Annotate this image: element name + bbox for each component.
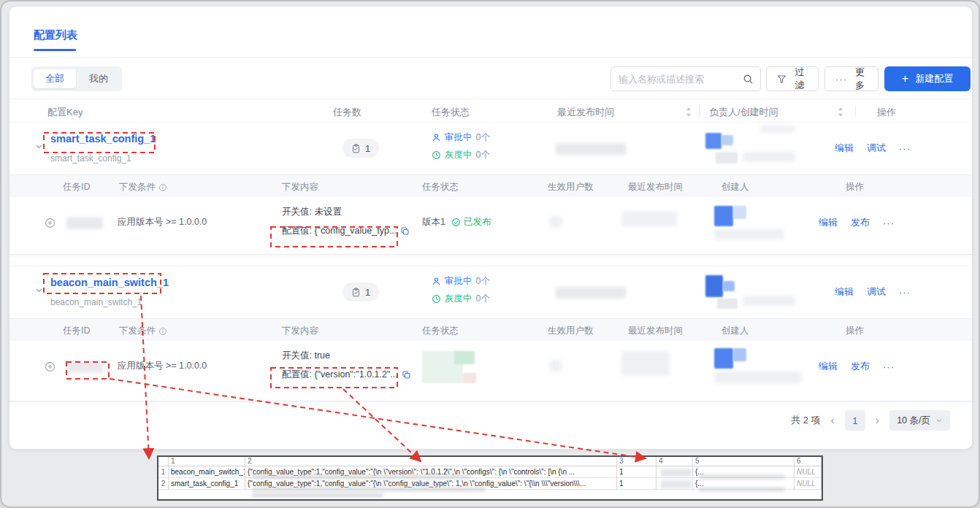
publish-link[interactable]: 发布 <box>851 360 870 373</box>
avatar <box>733 206 746 219</box>
create-config-button[interactable]: + 新建配置 <box>884 66 971 91</box>
status-approving: 审批中 0个 <box>432 131 490 144</box>
config-value-line: 配置值: {"version":"1.0.1.2"... <box>282 369 411 381</box>
grid-row-number: 2 <box>158 478 169 490</box>
task-count-value: 1 <box>365 287 370 298</box>
more-actions-icon[interactable]: ··· <box>899 287 911 298</box>
grid-cell-null: NULL <box>795 478 822 490</box>
task-count-badge: 1 <box>342 282 379 301</box>
version-label: 版本1 <box>422 216 445 228</box>
expand-circle-plus-icon[interactable] <box>45 218 55 228</box>
sort-owner-icon[interactable] <box>838 107 843 117</box>
redacted-users <box>550 216 562 228</box>
config-key-link[interactable]: beacon_main_switch_1 <box>50 277 169 288</box>
debug-link[interactable]: 调试 <box>867 285 886 299</box>
config-key-link[interactable]: smart_task_config_1 <box>50 133 156 145</box>
copy-icon[interactable] <box>400 226 410 236</box>
info-icon[interactable] <box>158 183 167 192</box>
col-ops: 操作 <box>877 106 896 119</box>
grid-cell: smart_task_config_1 <box>169 478 245 490</box>
status-graying: 灰度中 0个 <box>432 293 490 305</box>
expand-circle-plus-icon[interactable] <box>45 361 55 372</box>
redacted-task-id <box>66 361 103 373</box>
chevron-down-icon[interactable] <box>34 285 44 295</box>
subrow-actions: 编辑 发布 ··· <box>819 216 895 229</box>
page-size-select[interactable]: 10 条/页 <box>889 410 950 431</box>
search-icon[interactable] <box>743 74 754 85</box>
db-result-grid: 1 2 3 4 5 6 1 beacon_main_switch_1 {"con… <box>157 455 823 501</box>
grid-col-header: 5 <box>693 457 795 466</box>
next-page-icon[interactable]: › <box>876 415 879 426</box>
redacted-task-status <box>422 351 483 385</box>
grid-col-header: 3 <box>617 457 656 466</box>
more-actions-icon[interactable]: ··· <box>883 218 895 228</box>
page-number[interactable]: 1 <box>845 410 865 431</box>
avatar <box>705 275 738 309</box>
edit-link[interactable]: 编辑 <box>819 360 838 373</box>
status-graying: 灰度中 0个 <box>432 149 490 161</box>
switch-value-text: 开关值: 未设置 <box>282 206 342 218</box>
switch-value-text: 开关值: true <box>282 350 330 362</box>
grid-col-header: 4 <box>656 457 693 466</box>
table-row: beacon_main_switch_1 beacon_main_switch_… <box>9 266 972 319</box>
tab-all[interactable]: 全部 <box>34 69 76 88</box>
redacted-text <box>760 126 795 132</box>
search-input[interactable] <box>611 74 743 85</box>
divider <box>9 57 972 58</box>
task-subtable: 任务ID 下发条件 下发内容 任务状态 生效用户数 最近发布时间 创建人 操作 … <box>9 318 972 401</box>
grid-cell: 1 <box>617 466 656 478</box>
table-row: smart_task_config_1 smart_task_config_1 … <box>9 122 972 175</box>
edit-link[interactable]: 编辑 <box>819 216 838 229</box>
redacted-users <box>550 360 562 372</box>
chevron-down-icon[interactable] <box>34 142 44 151</box>
grid-col-header: 1 <box>169 457 245 466</box>
prev-page-icon[interactable]: ‹ <box>830 415 834 426</box>
copy-icon[interactable] <box>402 370 411 380</box>
redacted-create-time <box>743 296 795 306</box>
config-key-subtitle: smart_task_config_1 <box>50 153 131 163</box>
clock-icon <box>432 150 441 160</box>
task-subtable: 任务ID 下发条件 下发内容 任务状态 生效用户数 最近发布时间 创建人 操作 … <box>9 174 972 255</box>
edit-link[interactable]: 编辑 <box>835 142 854 155</box>
status-approving: 审批中 0个 <box>432 275 490 288</box>
more-button[interactable]: ··· 更多 <box>824 66 878 91</box>
col-task-status: 任务状态 <box>432 106 470 119</box>
col-config-key: 配置Key <box>47 106 83 119</box>
tab-mine[interactable]: 我的 <box>77 69 120 88</box>
subcol-users: 生效用户数 <box>548 325 594 337</box>
more-actions-icon[interactable]: ··· <box>883 361 895 372</box>
info-icon[interactable] <box>158 327 167 336</box>
redacted-publish-time <box>621 351 670 376</box>
plus-icon: + <box>902 73 908 85</box>
sort-publish-time-icon[interactable] <box>686 107 692 117</box>
subcol-content: 下发内容 <box>282 325 318 337</box>
create-label: 新建配置 <box>915 72 953 85</box>
avatar <box>733 348 746 361</box>
more-label: 更多 <box>852 66 868 92</box>
grid-row-number: 1 <box>158 466 169 478</box>
divider <box>855 106 856 117</box>
publish-link[interactable]: 发布 <box>851 216 870 229</box>
col-task-count: 任务数 <box>333 106 361 119</box>
subcol-creator: 创建人 <box>721 325 749 337</box>
debug-link[interactable]: 调试 <box>867 142 886 155</box>
grid-header-row: 1 2 3 4 5 6 <box>158 457 822 466</box>
filter-button[interactable]: 过滤 <box>766 66 819 91</box>
more-actions-icon[interactable]: ··· <box>899 143 911 154</box>
page-title-tab[interactable]: 配置列表 <box>34 28 77 42</box>
redacted-creator-name <box>714 229 784 239</box>
subcol-condition: 下发条件 <box>119 181 167 193</box>
avatar <box>714 348 733 369</box>
edit-link[interactable]: 编辑 <box>835 285 854 299</box>
subcol-task-id: 任务ID <box>63 325 91 337</box>
check-circle-icon <box>451 218 461 227</box>
clipboard-icon <box>351 144 361 153</box>
filter-label: 过滤 <box>792 66 808 92</box>
clock-icon <box>432 294 441 304</box>
subcol-ops: 操作 <box>846 181 864 193</box>
scope-tabs: 全部 我的 <box>31 66 122 91</box>
grid-col-header: 2 <box>245 457 617 466</box>
user-icon <box>432 133 441 142</box>
avatar <box>705 133 738 165</box>
condition-text: 应用版本号 >= 1.0.0.0 <box>118 216 207 228</box>
